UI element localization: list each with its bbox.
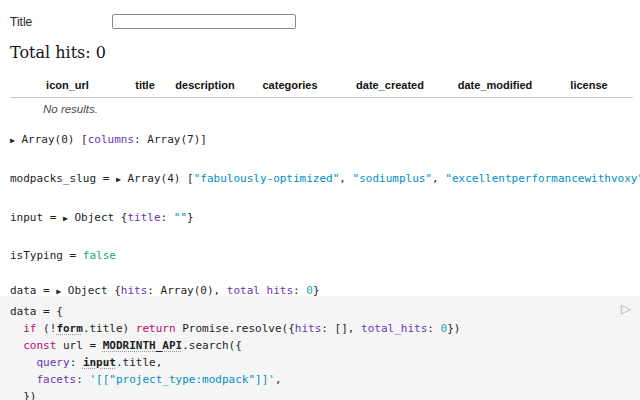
token-ref: input bbox=[83, 356, 116, 369]
code-editor-cell[interactable]: ▷ data = { if (!form.title) return Promi… bbox=[0, 296, 640, 400]
token-ref: MODRINTH_API bbox=[103, 339, 182, 352]
token-p: modpacks_slug = bbox=[10, 172, 116, 185]
token-p: .search({ bbox=[182, 339, 242, 352]
column-header-date_modified: date_modified bbox=[445, 76, 545, 97]
token-p: input = bbox=[10, 211, 63, 224]
token-p: }) bbox=[10, 390, 37, 400]
column-header-date_created: date_created bbox=[335, 76, 445, 97]
table-header-row: icon_urltitledescriptioncategoriesdate_c… bbox=[10, 76, 633, 98]
token-p: data = { bbox=[10, 305, 63, 318]
token-p: isTyping = bbox=[10, 249, 83, 262]
token-s: '[["project_type:modpack"]]' bbox=[90, 373, 275, 386]
token-p: : Array(7)] bbox=[134, 133, 207, 146]
token-p: .title) bbox=[83, 322, 136, 335]
token-kw: return bbox=[136, 322, 176, 335]
token-k: facets bbox=[37, 373, 77, 386]
column-header-license: license bbox=[545, 76, 633, 97]
token-a: false bbox=[83, 249, 116, 262]
token-p: } bbox=[187, 211, 194, 224]
token-k: total_hits bbox=[361, 322, 427, 335]
token-p bbox=[10, 373, 37, 386]
token-p bbox=[10, 339, 23, 352]
token-p: (! bbox=[37, 322, 57, 335]
code-line: const url = MODRINTH_API.search({ bbox=[10, 337, 630, 354]
token-kw: const bbox=[23, 339, 56, 352]
token-s: "sodiumplus" bbox=[353, 172, 432, 185]
token-p: : bbox=[70, 356, 83, 369]
token-k: query bbox=[37, 356, 70, 369]
code-line: data = { bbox=[10, 303, 630, 320]
inspector-line: input = ▶ Object {title: ""} bbox=[10, 211, 194, 226]
token-p: url = bbox=[56, 339, 102, 352]
column-header-icon_url: icon_url bbox=[10, 76, 125, 97]
token-p: Array(4) [ bbox=[121, 172, 194, 185]
table-empty-message: No results. bbox=[10, 98, 633, 115]
token-p: Array(0) [ bbox=[15, 133, 88, 146]
token-s: "excellentperformancewithvoxy" bbox=[445, 172, 640, 185]
code-line: facets: '[["project_type:modpack"]]', bbox=[10, 371, 630, 388]
token-k: title bbox=[127, 211, 160, 224]
token-p bbox=[10, 356, 37, 369]
title-label: Title bbox=[10, 15, 112, 29]
notebook-page: Title Total hits: 0 icon_urltitledescrip… bbox=[0, 0, 640, 400]
token-k: hits bbox=[295, 322, 322, 335]
token-p: : bbox=[76, 373, 89, 386]
token-p: Promise.resolve({ bbox=[176, 322, 295, 335]
token-kw: if bbox=[23, 322, 36, 335]
code-line: if (!form.title) return Promise.resolve(… bbox=[10, 320, 630, 337]
token-ref: form bbox=[56, 322, 83, 335]
inspector-line: ▶ Array(0) [columns: Array(7)] bbox=[10, 133, 207, 148]
code-line: }) bbox=[10, 388, 630, 400]
token-s: "" bbox=[174, 211, 187, 224]
token-p: }) bbox=[447, 322, 460, 335]
token-k: columns bbox=[88, 133, 134, 146]
title-input[interactable] bbox=[112, 14, 296, 29]
token-p: : [], bbox=[321, 322, 361, 335]
code-line: query: input.title, bbox=[10, 354, 630, 371]
token-p: , bbox=[432, 172, 445, 185]
token-p bbox=[10, 322, 23, 335]
token-s: "fabulously-optimized" bbox=[194, 172, 340, 185]
column-header-description: description bbox=[165, 76, 245, 97]
token-p: , bbox=[275, 373, 282, 386]
inspector-line: isTyping = false bbox=[10, 249, 116, 263]
token-p: Object { bbox=[68, 211, 128, 224]
title-form-row: Title bbox=[10, 14, 296, 29]
inspector-line: modpacks_slug = ▶ Array(4) ["fabulously-… bbox=[10, 172, 640, 187]
token-p: , bbox=[339, 172, 352, 185]
column-header-categories: categories bbox=[245, 76, 335, 97]
code-editor[interactable]: data = { if (!form.title) return Promise… bbox=[10, 303, 630, 400]
total-hits-heading: Total hits: 0 bbox=[10, 43, 106, 62]
token-p: .title, bbox=[116, 356, 162, 369]
token-p: : bbox=[427, 322, 440, 335]
results-table: icon_urltitledescriptioncategoriesdate_c… bbox=[10, 76, 633, 115]
token-p: : bbox=[161, 211, 174, 224]
run-cell-icon[interactable]: ▷ bbox=[621, 302, 631, 315]
column-header-title: title bbox=[125, 76, 165, 97]
